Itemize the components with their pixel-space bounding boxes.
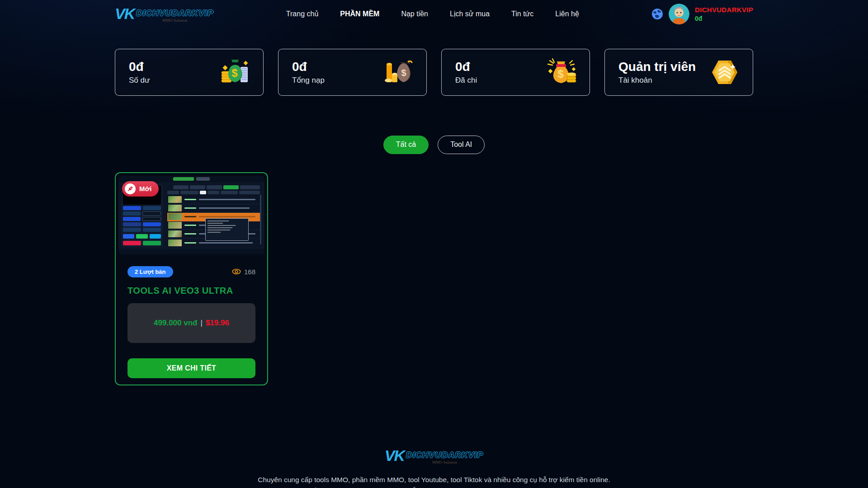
money-coins-bag-green-icon: $	[220, 57, 250, 88]
thumb-statusbar	[118, 249, 264, 254]
price-separator: |	[200, 319, 202, 328]
view-counter: 168	[232, 268, 255, 276]
eye-icon	[232, 268, 241, 275]
site-logo[interactable]: VK DICHVUDARKVIP MMO Solution	[115, 6, 214, 23]
svg-text:$: $	[557, 68, 564, 80]
thumb-scrollbar	[260, 195, 261, 244]
nav-item-news[interactable]: Tin tức	[511, 10, 533, 18]
footer-description: Chuyên cung cấp tools MMO, phần mềm MMO,…	[258, 474, 610, 488]
user-box: DICHVUDARKVIP 0đ	[651, 4, 753, 24]
price-usd: $19.96	[206, 319, 229, 328]
money-bag-brown-icon: $	[383, 57, 414, 88]
new-badge-label: Mới	[139, 185, 151, 192]
footer-logo-tagline: MMO Solution	[432, 460, 457, 465]
footer-logo-vk-mark: VK	[385, 448, 404, 463]
header: VK DICHVUDARKVIP MMO Solution Trang chủ …	[115, 0, 753, 24]
footer-logo-brand-text: DICHVUDARKVIP	[406, 450, 483, 459]
nav-item-contact[interactable]: Liên hệ	[555, 10, 579, 18]
price-vnd: 499.000 vnđ	[154, 319, 197, 328]
nav-item-deposit[interactable]: Nạp tiền	[401, 10, 428, 18]
logo-text: DICHVUDARKVIP MMO Solution	[136, 9, 213, 23]
svg-text:$: $	[401, 68, 406, 78]
filter-all-button[interactable]: Tất cả	[383, 136, 429, 154]
stat-text: 0đ Số dư	[129, 60, 150, 84]
user-balance: 0đ	[695, 15, 753, 22]
stat-value-spent: 0đ	[455, 60, 477, 74]
stat-label-spent: Đã chi	[455, 76, 477, 85]
price-panel: 499.000 vnđ | $19.96	[127, 303, 255, 343]
stat-text: Quản trị viên Tài khoản	[618, 60, 696, 84]
category-filters: Tất cả Tool AI	[115, 136, 753, 154]
view-count: 168	[244, 268, 255, 276]
stat-value-total-deposit: 0đ	[292, 60, 325, 74]
nav-item-purchase-history[interactable]: Lịch sử mua	[450, 10, 490, 18]
stat-label-balance: Số dư	[129, 76, 150, 85]
sales-count-badge: 2 Lượt bán	[127, 266, 173, 277]
thumb-context-menu	[205, 218, 249, 241]
stat-text: 0đ Đã chi	[455, 60, 477, 84]
stat-value-role: Quản trị viên	[618, 60, 696, 74]
user-meta: DICHVUDARKVIP 0đ	[695, 6, 753, 22]
stat-label-total-deposit: Tổng nạp	[292, 76, 325, 85]
logo-vk-mark: VK	[115, 6, 134, 21]
product-card-body: 2 Lượt bán 168 TOOLS AI VEO3 ULTRA 499.0…	[118, 266, 264, 378]
logo-tagline: MMO Solution	[162, 19, 187, 23]
footer: VK DICHVUDARKVIP MMO Solution Chuyên cun…	[115, 448, 753, 488]
footer-line-2: Sản phẩm đa dạng, cập nhật liên tục, hỗ …	[258, 485, 610, 488]
new-badge: Mới	[122, 181, 159, 197]
gold-rank-badge-icon	[709, 57, 740, 88]
footer-logo[interactable]: VK DICHVUDARKVIP MMO Solution	[385, 448, 484, 465]
footer-line-1: Chuyên cung cấp tools MMO, phần mềm MMO,…	[258, 474, 610, 485]
svg-text:$: $	[231, 67, 238, 79]
stat-label-role: Tài khoản	[618, 76, 696, 85]
main-nav: Trang chủ PHẦN MỀM Nạp tiền Lịch sử mua …	[286, 10, 579, 18]
product-title[interactable]: TOOLS AI VEO3 ULTRA	[127, 286, 255, 296]
stats-row: 0đ Số dư $ 0đ Tổng nạp	[115, 49, 753, 96]
user-name[interactable]: DICHVUDARKVIP	[695, 6, 753, 14]
filter-tool-ai-button[interactable]: Tool AI	[438, 136, 485, 154]
logo-brand-text: DICHVUDARKVIP	[136, 9, 213, 17]
nav-item-home[interactable]: Trang chủ	[286, 10, 318, 18]
thumb-table	[165, 184, 262, 247]
product-meta-row: 2 Lượt bán 168	[127, 266, 255, 277]
stat-value-balance: 0đ	[129, 60, 150, 74]
stat-card-total-deposit: 0đ Tổng nạp $	[278, 49, 427, 96]
avatar-image	[669, 4, 689, 24]
product-card[interactable]: Mới	[115, 172, 268, 385]
user-avatar[interactable]	[669, 4, 689, 24]
stat-card-balance: 0đ Số dư $	[115, 49, 264, 96]
stat-text: 0đ Tổng nạp	[292, 60, 325, 84]
stat-card-spent: 0đ Đã chi $	[441, 49, 590, 96]
product-grid: Mới	[115, 172, 753, 385]
stat-card-account-role: Quản trị viên Tài khoản	[604, 49, 753, 96]
footer-logo-text: DICHVUDARKVIP MMO Solution	[406, 450, 483, 465]
money-bag-gold-icon: $	[546, 57, 577, 88]
rocket-icon	[125, 183, 136, 194]
view-details-button[interactable]: XEM CHI TIẾT	[127, 358, 255, 378]
language-globe-icon[interactable]	[651, 8, 663, 20]
nav-item-software[interactable]: PHẦN MỀM	[340, 10, 379, 18]
